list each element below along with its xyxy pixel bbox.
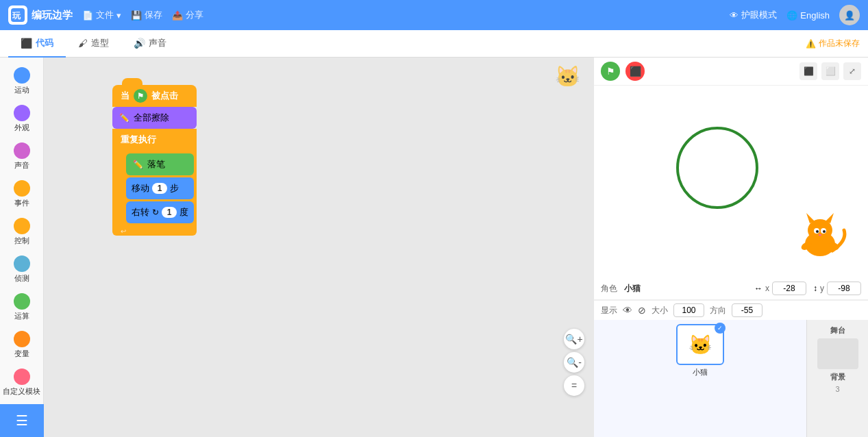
dir-input[interactable] (732, 303, 762, 317)
hidden-icon[interactable]: ⊘ (638, 305, 646, 316)
svg-marker-4 (806, 213, 815, 223)
sidebar-item-variables[interactable]: 变量 (0, 327, 43, 363)
stage-view-buttons: ⬛ ⬜ ⤢ (799, 62, 861, 80)
hat-when-label: 当 (121, 90, 129, 102)
stage-small-button[interactable]: ⬛ (799, 62, 817, 80)
block-repeat-body: ✏️ 落笔 移动 1 步 右转 ↻ 1 度 (112, 151, 197, 226)
block-repeat[interactable]: 重复执行 ✏️ 落笔 移动 1 步 右转 (112, 129, 197, 236)
scratch-cat-watermark: 🐱 (555, 64, 580, 88)
green-flag-icon: ⚑ (134, 89, 147, 103)
tab-code[interactable]: ⬛ 代码 (8, 30, 66, 58)
myblocks-dot (14, 369, 30, 385)
language-button[interactable]: 🌐 English (786, 10, 830, 21)
zoom-reset-icon: = (571, 380, 577, 391)
sidebar-item-sensing[interactable]: 侦测 (0, 251, 43, 288)
share-label: 分享 (186, 9, 203, 21)
block-when-flag-clicked[interactable]: 当 ⚑ 被点击 (112, 85, 197, 107)
green-flag-button[interactable]: ⚑ (601, 62, 620, 81)
pen-label: 落笔 (147, 158, 165, 171)
tabs: ⬛ 代码 🖌 造型 🔊 声音 (8, 30, 179, 58)
zoom-out-icon: 🔍- (567, 357, 582, 368)
size-input[interactable] (673, 303, 704, 317)
sensing-label: 侦测 (14, 273, 29, 284)
sprite-cat-thumb[interactable]: 🐱 ✓ 小猫 (598, 324, 802, 377)
svg-text:玩: 玩 (12, 11, 21, 21)
variables-label: 变量 (14, 349, 29, 359)
tab-sound[interactable]: 🔊 声音 (121, 30, 179, 58)
eye-mode-button[interactable]: 👁 护眼模式 (730, 9, 777, 21)
zoom-out-button[interactable]: 🔍- (564, 352, 584, 373)
sidebar-item-operators[interactable]: 运算 (0, 289, 43, 325)
user-avatar[interactable]: 👤 (839, 5, 860, 25)
block-repeat-bottom: ↩ (112, 226, 197, 236)
add-extension-icon: ☰ (16, 412, 28, 429)
visible-icon[interactable]: 👁 (623, 305, 632, 316)
turn-suffix: 度 (179, 206, 188, 218)
y-input[interactable] (827, 282, 861, 295)
blocks-area[interactable]: 🐱 当 ⚑ 被点击 ✏️ 全部擦除 重复执行 (44, 58, 594, 437)
turn-num[interactable]: 1 (162, 207, 177, 218)
sensing-dot (14, 255, 30, 272)
sprite-name: 小猫 (624, 283, 641, 295)
sprite-cat-name: 小猫 (693, 367, 708, 377)
save-button[interactable]: 💾 保存 (131, 9, 162, 21)
sprites-panel: 🐱 ✓ 小猫 舞台 背景 3 (594, 320, 868, 437)
sidebar-item-control[interactable]: 控制 (0, 214, 43, 250)
turn-clockwise-icon: ↻ (152, 208, 159, 217)
logo-icon: 玩 (8, 5, 27, 25)
pen-erase-icon: ✏️ (119, 113, 129, 123)
x-field: ↔ x (754, 282, 806, 295)
tab-costume-label: 造型 (91, 37, 109, 49)
stage-content (594, 86, 868, 277)
zoom-in-button[interactable]: 🔍+ (564, 329, 584, 349)
x-input[interactable] (772, 282, 806, 295)
add-extension-button[interactable]: ☰ (0, 404, 44, 437)
block-erase-all[interactable]: ✏️ 全部擦除 (112, 107, 197, 129)
file-menu[interactable]: 📄 文件 ▾ (82, 9, 121, 21)
sound-label: 声音 (14, 160, 29, 171)
sidebar-item-events[interactable]: 事件 (0, 176, 43, 212)
stop-button[interactable]: ⬛ (625, 62, 645, 81)
secondbar: ⬛ 代码 🖌 造型 🔊 声音 ⚠️ 作品未保存 (0, 30, 868, 58)
block-repeat-header: 重复执行 (112, 129, 197, 151)
dir-label: 方向 (710, 305, 726, 316)
operators-dot (14, 293, 30, 310)
repeat-curve-icon: ↩ (121, 227, 126, 235)
zoom-reset-button[interactable]: = (564, 375, 584, 396)
block-turn[interactable]: 右转 ↻ 1 度 (126, 201, 194, 223)
move-num[interactable]: 1 (152, 183, 167, 194)
control-dot (14, 218, 30, 234)
sprite-cat-img: 🐱 ✓ (676, 324, 724, 365)
sound-dot (14, 142, 30, 159)
stage-normal-button[interactable]: ⬜ (821, 62, 839, 80)
bg-count: 3 (835, 385, 839, 393)
logo[interactable]: 玩 编玩边学 (8, 5, 73, 25)
unsaved-label: 作品未保存 (819, 38, 860, 49)
sidebar-item-sound[interactable]: 声音 (0, 138, 43, 175)
zoom-in-icon: 🔍+ (565, 334, 582, 345)
sidebar-item-motion[interactable]: 运动 (0, 63, 43, 99)
stage-mini[interactable]: 舞台 背景 3 (806, 320, 868, 437)
variables-dot (14, 331, 30, 347)
share-icon: 📤 (172, 10, 183, 21)
y-arrows-icon: ↕ (813, 284, 817, 293)
svg-point-9 (823, 230, 826, 233)
file-icon: 📄 (82, 10, 93, 21)
block-move[interactable]: 移动 1 步 (126, 177, 194, 199)
topbar-right: 👁 护眼模式 🌐 English 👤 (730, 5, 860, 25)
pen-down-icon: ✏️ (133, 160, 143, 169)
unsaved-notice: ⚠️ 作品未保存 (806, 38, 860, 49)
block-pen-down[interactable]: ✏️ 落笔 (126, 153, 194, 175)
block-stack[interactable]: 当 ⚑ 被点击 ✏️ 全部擦除 重复执行 ✏️ 落笔 (112, 85, 197, 236)
sidebar: 运动 外观 声音 事件 控制 侦测 运算 变量 (0, 58, 44, 437)
save-label: 保存 (145, 9, 162, 21)
share-button[interactable]: 📤 分享 (172, 9, 203, 21)
sidebar-item-looks[interactable]: 外观 (0, 101, 43, 137)
tab-costume[interactable]: 🖌 造型 (66, 30, 121, 58)
file-chevron-icon: ▾ (116, 10, 121, 21)
stage-fullscreen-button[interactable]: ⤢ (843, 62, 861, 80)
sidebar-item-myblocks[interactable]: 自定义模块 (0, 364, 43, 401)
stage-small-icon: ⬛ (804, 66, 814, 76)
move-label: 移动 (132, 182, 149, 195)
motion-dot (14, 67, 30, 84)
